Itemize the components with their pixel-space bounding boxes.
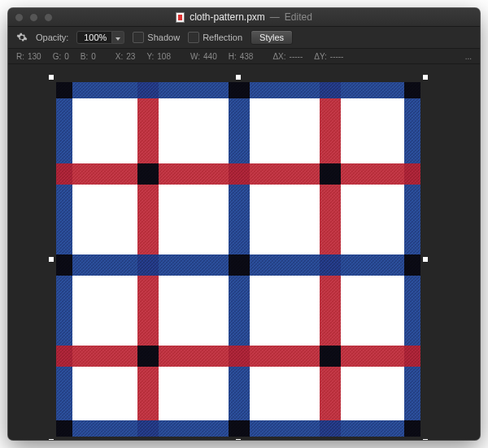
options-bar: Opacity: 100% Shadow Reflection Styles <box>8 27 480 49</box>
app-window: cloth-pattern.pxm — Edited Opacity: 100%… <box>8 8 480 440</box>
b-value: 0 <box>91 52 96 61</box>
more-indicator[interactable]: ... <box>465 52 472 61</box>
checkbox-icon[interactable] <box>133 32 144 43</box>
x-value: 23 <box>126 52 135 61</box>
resize-handle-mr[interactable] <box>423 257 428 262</box>
resize-handle-tl[interactable] <box>49 75 54 80</box>
opacity-field[interactable]: 100% <box>76 31 124 44</box>
resize-handle-bl[interactable] <box>49 439 54 440</box>
filename-label: cloth-pattern.pxm <box>190 11 265 23</box>
resize-handle-tm[interactable] <box>236 75 241 80</box>
opacity-label: Opacity: <box>36 33 68 42</box>
w-value: 440 <box>203 52 217 61</box>
dx-value: ----- <box>290 52 303 61</box>
opacity-value[interactable]: 100% <box>76 31 112 44</box>
resize-handle-ml[interactable] <box>49 257 54 262</box>
resize-handle-bm[interactable] <box>236 439 241 440</box>
b-label: B: <box>81 52 88 61</box>
opacity-stepper[interactable] <box>112 31 124 44</box>
shadow-label: Shadow <box>147 33 180 42</box>
g-value: 0 <box>64 52 69 61</box>
reflection-label: Reflection <box>203 33 242 42</box>
title-separator: — <box>270 11 280 23</box>
styles-button[interactable]: Styles <box>251 30 293 45</box>
close-button[interactable] <box>15 13 24 22</box>
minimize-button[interactable] <box>29 13 38 22</box>
window-title: cloth-pattern.pxm — Edited <box>176 11 312 23</box>
dy-value: ----- <box>330 52 344 61</box>
traffic-lights <box>15 13 53 22</box>
document-icon <box>176 12 185 23</box>
dy-label: ΔY: <box>314 52 327 61</box>
resize-handle-tr[interactable] <box>423 75 428 80</box>
chevron-down-icon <box>115 37 120 41</box>
w-label: W: <box>190 52 200 61</box>
r-value: 130 <box>28 52 41 61</box>
h-label: H: <box>229 52 237 61</box>
x-label: X: <box>115 52 123 61</box>
info-bar: R:130 G:0 B:0 X:23 Y:108 W:440 H:438 ΔX:… <box>8 49 480 64</box>
gear-icon[interactable] <box>16 32 28 43</box>
edited-label: Edited <box>285 11 312 23</box>
reflection-checkbox[interactable]: Reflection <box>188 32 242 43</box>
g-label: G: <box>53 52 62 61</box>
canvas-content[interactable] <box>56 82 420 437</box>
titlebar[interactable]: cloth-pattern.pxm — Edited <box>8 8 480 27</box>
selection-bounds[interactable] <box>51 77 425 440</box>
canvas-area[interactable] <box>8 64 480 440</box>
shadow-checkbox[interactable]: Shadow <box>133 32 180 43</box>
h-value: 438 <box>240 52 254 61</box>
r-label: R: <box>16 52 24 61</box>
checkbox-icon[interactable] <box>188 32 199 43</box>
y-label: Y: <box>146 52 154 61</box>
resize-handle-br[interactable] <box>423 439 428 440</box>
y-value: 108 <box>157 52 171 61</box>
dx-label: ΔX: <box>272 52 285 61</box>
zoom-button[interactable] <box>44 13 53 22</box>
